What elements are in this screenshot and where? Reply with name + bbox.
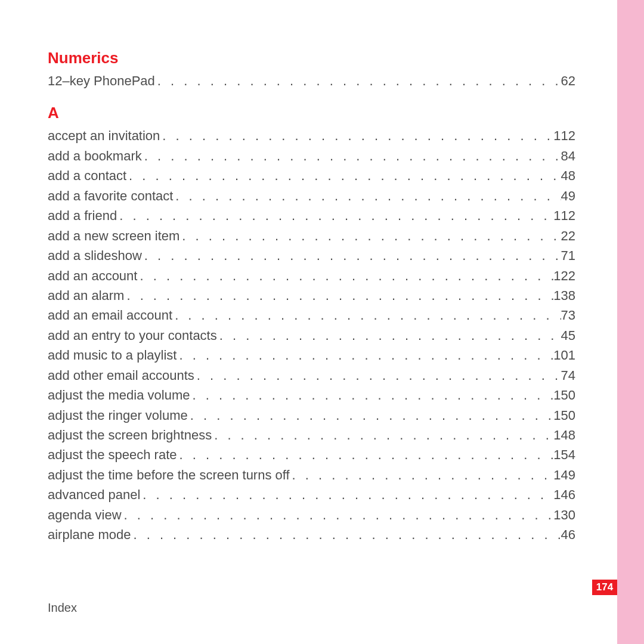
index-page: Numerics12–key PhonePad. . . . . . . . .… <box>0 0 617 644</box>
index-entry-term: advanced panel <box>48 485 140 504</box>
index-entry-term: airplane mode <box>48 525 131 544</box>
index-entry-term: add other email accounts <box>48 366 194 385</box>
index-entry-page: 150 <box>553 405 575 425</box>
index-entry[interactable]: adjust the ringer volume. . . . . . . . … <box>48 405 575 425</box>
index-entry[interactable]: add an entry to your contacts. . . . . .… <box>48 326 575 345</box>
index-entry-term: add a slideshow <box>48 246 142 265</box>
index-entry-leader-dots: . . . . . . . . . . . . . . . . . . . . … <box>190 385 553 405</box>
index-entry[interactable]: adjust the time before the screen turns … <box>48 465 575 485</box>
index-entry-term: add an account <box>48 266 137 286</box>
index-entry[interactable]: add an email account. . . . . . . . . . … <box>48 305 575 325</box>
footer-section-label: Index <box>48 601 77 615</box>
index-entry-leader-dots: . . . . . . . . . . . . . . . . . . . . … <box>140 485 553 504</box>
index-entry-page: 74 <box>561 366 575 385</box>
index-entry-page: 73 <box>561 305 575 325</box>
right-sidebar-stripe <box>617 0 644 644</box>
index-entry[interactable]: adjust the media volume. . . . . . . . .… <box>48 385 575 405</box>
index-entry[interactable]: 12–key PhonePad. . . . . . . . . . . . .… <box>48 71 575 91</box>
index-entry-page: 138 <box>553 286 575 305</box>
index-entry-leader-dots: . . . . . . . . . . . . . . . . . . . . … <box>142 246 561 265</box>
index-entry-term: add an email account <box>48 305 172 325</box>
index-entry-page: 45 <box>561 326 575 345</box>
index-entry[interactable]: add other email accounts. . . . . . . . … <box>48 366 575 385</box>
index-entry[interactable]: add a new screen item. . . . . . . . . .… <box>48 226 575 246</box>
index-entry-leader-dots: . . . . . . . . . . . . . . . . . . . . … <box>194 366 561 385</box>
index-entry[interactable]: adjust the speech rate. . . . . . . . . … <box>48 445 575 465</box>
index-entry[interactable]: advanced panel. . . . . . . . . . . . . … <box>48 485 575 504</box>
index-entry-term: adjust the speech rate <box>48 445 177 465</box>
index-entry-term: accept an invitation <box>48 126 160 145</box>
index-entry-page: 150 <box>553 385 575 405</box>
index-entry-page: 48 <box>561 166 575 185</box>
index-entry-leader-dots: . . . . . . . . . . . . . . . . . . . . … <box>142 146 561 166</box>
index-entry-page: 122 <box>553 266 575 286</box>
index-entry-leader-dots: . . . . . . . . . . . . . . . . . . . . … <box>126 166 561 185</box>
index-entry-term: 12–key PhonePad <box>48 71 155 91</box>
index-entry-term: adjust the screen brightness <box>48 425 212 445</box>
index-entry-term: add a new screen item <box>48 226 179 246</box>
index-entry-leader-dots: . . . . . . . . . . . . . . . . . . . . … <box>172 305 561 325</box>
index-entry-term: add a favorite contact <box>48 186 173 206</box>
index-entry-leader-dots: . . . . . . . . . . . . . . . . . . . . … <box>217 326 561 345</box>
index-entry[interactable]: add an account. . . . . . . . . . . . . … <box>48 266 575 286</box>
index-entry-page: 148 <box>553 425 575 445</box>
index-entry-term: add a friend <box>48 206 117 225</box>
index-entry[interactable]: add a slideshow. . . . . . . . . . . . .… <box>48 246 575 265</box>
index-entry-leader-dots: . . . . . . . . . . . . . . . . . . . . … <box>160 126 553 145</box>
index-entry-page: 130 <box>553 505 575 525</box>
index-entry-leader-dots: . . . . . . . . . . . . . . . . . . . . … <box>173 186 561 206</box>
page-number: 174 <box>596 581 613 593</box>
index-entry-term: adjust the media volume <box>48 385 190 405</box>
index-entry-page: 22 <box>561 226 575 246</box>
index-entry-leader-dots: . . . . . . . . . . . . . . . . . . . . … <box>155 71 561 91</box>
index-entry[interactable]: airplane mode. . . . . . . . . . . . . .… <box>48 525 575 544</box>
index-entry-term: agenda view <box>48 505 122 525</box>
index-entry-leader-dots: . . . . . . . . . . . . . . . . . . . . … <box>131 525 561 544</box>
page-number-badge: 174 <box>592 580 617 595</box>
index-entry-leader-dots: . . . . . . . . . . . . . . . . . . . . … <box>188 405 553 425</box>
index-entry-leader-dots: . . . . . . . . . . . . . . . . . . . . … <box>177 445 553 465</box>
index-entry-leader-dots: . . . . . . . . . . . . . . . . . . . . … <box>122 505 554 525</box>
index-entry-leader-dots: . . . . . . . . . . . . . . . . . . . . … <box>137 266 553 286</box>
index-entry-page: 112 <box>553 206 575 225</box>
index-entry[interactable]: add a contact. . . . . . . . . . . . . .… <box>48 166 575 185</box>
index-entry[interactable]: accept an invitation. . . . . . . . . . … <box>48 126 575 145</box>
index-entry-page: 49 <box>561 186 575 206</box>
index-entry-term: add music to a playlist <box>48 345 177 365</box>
index-entry-leader-dots: . . . . . . . . . . . . . . . . . . . . … <box>179 226 561 246</box>
index-entry[interactable]: adjust the screen brightness. . . . . . … <box>48 425 575 445</box>
index-entry-page: 84 <box>561 146 575 166</box>
index-entry[interactable]: add music to a playlist. . . . . . . . .… <box>48 345 575 365</box>
index-entry-term: adjust the time before the screen turns … <box>48 465 290 485</box>
index-entry-page: 112 <box>553 126 575 145</box>
index-entry-term: add a bookmark <box>48 146 142 166</box>
index-entry-term: add a contact <box>48 166 126 185</box>
index-entry-page: 149 <box>553 465 575 485</box>
index-entry-term: adjust the ringer volume <box>48 405 188 425</box>
index-entry-page: 71 <box>561 246 575 265</box>
index-entry[interactable]: add an alarm. . . . . . . . . . . . . . … <box>48 286 575 305</box>
index-entry-term: add an alarm <box>48 286 124 305</box>
index-section-heading: Numerics <box>48 49 575 67</box>
index-entry-page: 146 <box>553 485 575 504</box>
index-entry-term: add an entry to your contacts <box>48 326 217 345</box>
index-entry[interactable]: agenda view. . . . . . . . . . . . . . .… <box>48 505 575 525</box>
index-entry-page: 101 <box>553 345 575 365</box>
index-entry-leader-dots: . . . . . . . . . . . . . . . . . . . . … <box>212 425 553 445</box>
index-entry-leader-dots: . . . . . . . . . . . . . . . . . . . . … <box>124 286 553 305</box>
index-entry[interactable]: add a bookmark. . . . . . . . . . . . . … <box>48 146 575 166</box>
index-entry[interactable]: add a favorite contact. . . . . . . . . … <box>48 186 575 206</box>
index-entry-leader-dots: . . . . . . . . . . . . . . . . . . . . … <box>290 465 554 485</box>
index-entry-page: 154 <box>553 445 575 465</box>
index-entry-page: 62 <box>561 71 575 91</box>
index-entry-leader-dots: . . . . . . . . . . . . . . . . . . . . … <box>177 345 553 365</box>
index-entry[interactable]: add a friend. . . . . . . . . . . . . . … <box>48 206 575 225</box>
index-entry-leader-dots: . . . . . . . . . . . . . . . . . . . . … <box>117 206 553 225</box>
index-entry-page: 46 <box>561 525 575 544</box>
index-section-heading: A <box>48 104 575 122</box>
